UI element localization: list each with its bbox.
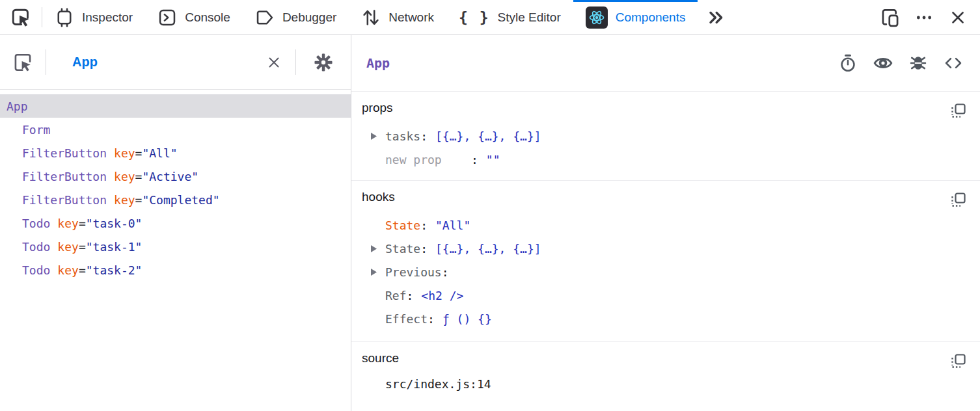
expand-arrow-icon[interactable]	[371, 245, 385, 252]
tab-label: Components	[616, 10, 686, 25]
component-tree: App Form FilterButtonkey="All" FilterBut…	[0, 90, 351, 411]
tree-node-app[interactable]: App	[0, 94, 351, 118]
expand-arrow-icon[interactable]	[371, 269, 385, 276]
components-panel: App	[0, 35, 980, 411]
view-source-button[interactable]	[944, 53, 963, 73]
pick-element-button[interactable]	[0, 0, 42, 34]
tree-node-todo-task-0[interactable]: Todokey="task-0"	[0, 211, 351, 235]
copy-hooks-button[interactable]	[950, 191, 967, 208]
tab-label: Network	[388, 10, 434, 25]
tree-node-filterbutton-all[interactable]: FilterButtonkey="All"	[0, 141, 351, 165]
hooks-section-head: hooks	[362, 190, 967, 208]
source-section-head: source	[362, 351, 967, 369]
responsive-design-icon	[880, 7, 901, 28]
component-search-input[interactable]: App	[46, 35, 252, 89]
debugger-icon	[255, 8, 275, 27]
tab-console[interactable]: Console	[145, 0, 243, 34]
copy-source-button[interactable]	[950, 352, 967, 369]
bug-icon	[908, 53, 928, 73]
source-path[interactable]: src/index.js:14	[362, 377, 967, 391]
expand-arrow-icon[interactable]	[371, 133, 385, 140]
style-editor-icon: { }	[459, 9, 490, 26]
props-section: props	[351, 92, 980, 181]
devtools-window: Inspector Console Debugger	[0, 0, 980, 411]
gear-icon	[313, 52, 334, 73]
suspend-component-button[interactable]	[838, 53, 858, 73]
clear-search-icon	[265, 54, 282, 71]
tab-components[interactable]: Components	[573, 0, 698, 34]
settings-button[interactable]	[296, 35, 351, 89]
new-prop-name-input[interactable]: new prop	[385, 153, 471, 166]
hook-row-state-tasks[interactable]: State: [{…}, {…}, {…}]	[362, 237, 967, 260]
source-section: source src/index.js:14	[351, 342, 980, 411]
tree-node-todo-task-2[interactable]: Todokey="task-2"	[0, 258, 351, 282]
copy-icon	[950, 191, 967, 208]
source-title: source	[362, 351, 399, 365]
tab-network[interactable]: Network	[349, 0, 446, 34]
tab-debugger[interactable]: Debugger	[243, 0, 349, 34]
copy-icon	[950, 352, 967, 369]
tree-node-form[interactable]: Form	[0, 118, 351, 141]
tree-toolbar: App	[0, 35, 351, 90]
code-brackets-icon	[944, 53, 963, 73]
hook-row-ref[interactable]: Ref: <h2 />	[362, 284, 967, 307]
devtools-menu-button[interactable]	[907, 0, 941, 34]
tab-label: Style Editor	[498, 10, 561, 25]
details-header-actions	[838, 53, 963, 73]
hooks-section: hooks State:	[351, 181, 980, 342]
inspect-dom-element-button[interactable]	[873, 53, 893, 73]
copy-props-button[interactable]	[950, 102, 967, 119]
tab-inspector[interactable]: Inspector	[42, 0, 145, 34]
tool-tabs: Inspector Console Debugger	[42, 0, 698, 34]
prop-row-tasks[interactable]: tasks: [{…}, {…}, {…}]	[362, 124, 967, 148]
search-value: App	[72, 55, 98, 70]
inspector-icon	[55, 8, 74, 27]
tab-style-editor[interactable]: { } Style Editor	[446, 0, 573, 34]
eye-icon	[873, 53, 893, 73]
component-details-pane: App	[351, 35, 980, 411]
tab-label: Console	[185, 10, 230, 25]
hook-row-state-filter[interactable]: State: "All"	[362, 213, 967, 237]
tree-node-filterbutton-completed[interactable]: FilterButtonkey="Completed"	[0, 188, 351, 211]
stopwatch-icon	[838, 53, 858, 73]
props-rows: tasks: [{…}, {…}, {…}] new prop: ""	[362, 124, 967, 171]
tree-node-todo-task-1[interactable]: Todokey="task-1"	[0, 235, 351, 258]
component-tree-pane: App	[0, 35, 351, 411]
tree-node-filterbutton-active[interactable]: FilterButtonkey="Active"	[0, 165, 351, 188]
double-chevron-right-icon	[706, 8, 726, 27]
console-icon	[157, 8, 177, 27]
selected-component-title: App	[366, 55, 390, 71]
more-tabs-button[interactable]	[698, 0, 734, 34]
react-logo-icon	[586, 7, 608, 29]
props-section-head: props	[362, 101, 967, 119]
responsive-design-mode-button[interactable]	[873, 0, 907, 34]
hook-row-effect[interactable]: Effect: ƒ () {}	[362, 307, 967, 330]
pick-component-button[interactable]	[0, 35, 46, 89]
close-icon	[949, 8, 967, 27]
tab-label: Inspector	[82, 10, 133, 25]
tab-label: Debugger	[282, 10, 336, 25]
copy-icon	[950, 102, 967, 119]
clear-search-button[interactable]	[252, 35, 295, 89]
hook-row-previous[interactable]: Previous:	[362, 260, 967, 284]
tabbar-right-controls	[873, 0, 980, 34]
pick-component-icon	[11, 51, 34, 74]
new-prop-row[interactable]: new prop: ""	[362, 148, 967, 171]
new-prop-value-input[interactable]: ""	[486, 153, 500, 166]
hooks-title: hooks	[362, 190, 395, 204]
network-icon	[361, 8, 381, 27]
props-title: props	[362, 101, 393, 115]
hooks-rows: State: "All" State: [{…}, {…}, {…}]	[362, 213, 967, 330]
pick-element-icon	[10, 7, 32, 29]
devtools-tabbar: Inspector Console Debugger	[0, 0, 980, 35]
meatball-menu-icon	[914, 8, 934, 27]
details-header: App	[351, 35, 980, 92]
close-devtools-button[interactable]	[941, 0, 975, 34]
log-component-data-button[interactable]	[908, 53, 928, 73]
